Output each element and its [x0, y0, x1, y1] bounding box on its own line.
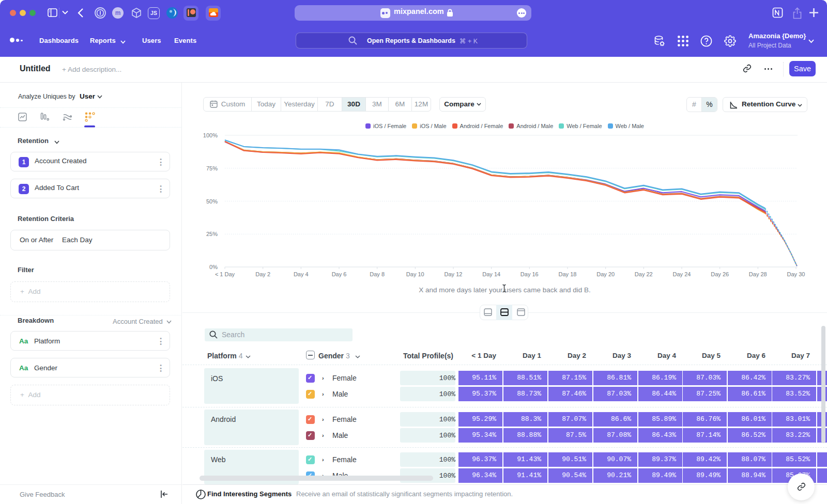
- svg-text:Day 18: Day 18: [559, 271, 577, 277]
- svg-text:75%: 75%: [206, 165, 218, 171]
- svg-text:Day 20: Day 20: [596, 271, 615, 277]
- svg-text:Day 28: Day 28: [749, 271, 767, 277]
- svg-text:0%: 0%: [209, 264, 218, 270]
- svg-text:Day 2: Day 2: [255, 271, 270, 277]
- svg-text:Day 16: Day 16: [520, 271, 539, 277]
- svg-text:Day 22: Day 22: [635, 271, 653, 277]
- svg-text:Day 30: Day 30: [787, 271, 805, 277]
- svg-text:Day 26: Day 26: [711, 271, 729, 277]
- svg-text:Day 4: Day 4: [294, 271, 309, 277]
- svg-text:25%: 25%: [206, 231, 218, 237]
- svg-text:Day 8: Day 8: [370, 271, 385, 277]
- svg-text:Day 10: Day 10: [406, 271, 424, 277]
- svg-text:< 1 Day: < 1 Day: [215, 271, 235, 277]
- svg-text:50%: 50%: [206, 198, 218, 204]
- svg-text:Day 24: Day 24: [673, 271, 691, 277]
- svg-text:Day 12: Day 12: [445, 271, 463, 277]
- svg-text:Day 6: Day 6: [332, 271, 347, 277]
- svg-text:Day 14: Day 14: [482, 271, 500, 277]
- svg-text:100%: 100%: [203, 132, 218, 138]
